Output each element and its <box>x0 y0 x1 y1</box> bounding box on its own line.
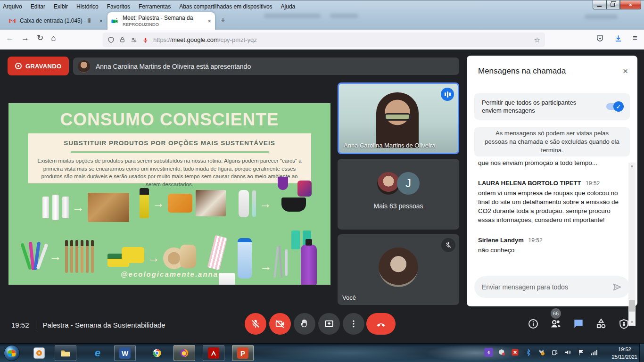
raise-hand-button[interactable] <box>294 313 315 335</box>
downloads-icon[interactable] <box>614 34 622 42</box>
tray-volume-icon[interactable] <box>563 348 572 357</box>
chat-close-icon[interactable]: × <box>623 66 628 76</box>
message-author: Sirlene Landym <box>478 237 524 244</box>
tab-close-icon[interactable]: × <box>207 17 211 25</box>
chat-panel-title: Mensagens na chamada <box>478 66 566 76</box>
detergent-bottle-img <box>140 188 149 218</box>
activities-icon[interactable] <box>594 317 608 331</box>
tab-close-icon[interactable]: × <box>99 17 103 25</box>
menu-exibir[interactable]: Exibir <box>54 3 68 10</box>
presenter-banner: Anna Carolina Martins de Oliveira está a… <box>73 58 459 75</box>
product-group-wrap: → <box>42 193 129 222</box>
restore-button[interactable] <box>606 0 620 9</box>
message-time: 19:52 <box>528 237 543 244</box>
window-controls: × <box>593 0 641 9</box>
taskbar-chrome[interactable] <box>146 345 168 361</box>
menu-historico[interactable]: Histórico <box>76 3 99 10</box>
forward-icon[interactable]: → <box>21 33 29 43</box>
menu-editar[interactable]: Editar <box>31 3 45 10</box>
scroll-up-icon[interactable]: ∧ <box>628 163 636 170</box>
pad-img <box>239 190 249 217</box>
tray-power-icon[interactable] <box>550 348 559 357</box>
allow-messages-toggle[interactable]: ✓ <box>606 103 622 110</box>
present-button[interactable] <box>318 313 340 335</box>
menu-favoritos[interactable]: Favoritos <box>107 3 130 10</box>
taskbar-file-explorer[interactable] <box>55 345 76 361</box>
tile-you-label: Você <box>342 294 356 301</box>
start-button[interactable] <box>4 345 20 361</box>
meeting-details-icon[interactable] <box>526 317 540 331</box>
tray-network-icon[interactable] <box>590 348 599 357</box>
tray-action-center-icon[interactable] <box>577 348 586 357</box>
close-window-button[interactable]: × <box>620 0 641 9</box>
show-desktop-button[interactable] <box>639 344 644 362</box>
hang-up-button[interactable] <box>366 313 396 335</box>
tab-gmail[interactable]: Caixa de entrada (1.045) - lilian.f × <box>7 15 105 27</box>
back-icon[interactable]: ← <box>6 33 14 43</box>
tray-mic-icon[interactable] <box>484 348 493 357</box>
chat-message-partial: que nos enviam promoção a todo tempo... <box>478 158 619 167</box>
video-tile-others: J Mais 63 pessoas <box>338 159 459 230</box>
menu-arquivo[interactable]: Arquivo <box>3 3 22 10</box>
url-bar[interactable]: https://meet.google.com/cpy-pmzt-yqz ☆ <box>103 33 545 47</box>
tile-participant-name: Anna Carolina Martins de Oliveira <box>344 142 435 149</box>
home-icon[interactable]: ⌂ <box>51 33 56 43</box>
arrow-icon: → <box>152 197 165 209</box>
shield-icon[interactable] <box>107 36 115 43</box>
meet-icon <box>111 17 119 25</box>
chat-panel: Mensagens na chamada × Permitir que todo… <box>467 56 637 306</box>
mic-permission-icon[interactable] <box>142 36 149 44</box>
plastic-wrap-img <box>42 197 49 218</box>
new-tab-button[interactable]: + <box>221 16 225 25</box>
bookmark-star-icon[interactable]: ☆ <box>534 36 540 44</box>
participants-icon[interactable] <box>549 317 563 331</box>
lock-icon[interactable] <box>119 36 125 43</box>
menu-ajuda[interactable]: Ajuda <box>281 3 296 10</box>
chat-scrollbar[interactable]: ∧ ∨ <box>628 163 636 326</box>
taskbar-word[interactable]: W <box>114 345 136 361</box>
tray-skype-icon[interactable] <box>497 348 506 357</box>
synthetic-sponges-img <box>107 246 144 270</box>
app-menu-icon[interactable]: ≡ <box>633 33 637 43</box>
self-avatar <box>379 247 418 287</box>
taskbar-powerpoint[interactable]: P <box>232 345 254 361</box>
message-time: 19:52 <box>586 180 600 187</box>
slide-instagram-handle: @ecologicamente.anna <box>8 270 330 278</box>
url-text: https://meet.google.com/cpy-pmzt-yqz <box>153 36 257 43</box>
coconut-soap-img <box>196 190 226 216</box>
taskbar-clock[interactable]: 19:52 25/11/2021 <box>612 346 637 361</box>
tab-meet[interactable]: Meet: Palestra - Semana da Sust REPRODUZ… <box>107 12 215 30</box>
tray-security-icon[interactable] <box>511 348 520 357</box>
host-controls-icon[interactable] <box>617 317 631 331</box>
gmail-icon <box>8 17 16 25</box>
tray-update-icon[interactable] <box>537 348 546 357</box>
taskbar-internet-explorer[interactable]: e <box>87 345 108 361</box>
pocket-icon[interactable] <box>596 34 604 42</box>
chat-toggle-icon[interactable] <box>571 317 586 331</box>
taskbar-adobe-reader[interactable] <box>203 345 224 361</box>
camera-off-button[interactable] <box>269 313 291 335</box>
product-group-bottle: → <box>211 243 321 285</box>
chat-message-list: que nos enviam promoção a todo tempo... … <box>478 156 619 270</box>
taskbar-glass-blur <box>255 345 443 362</box>
minimize-button[interactable] <box>593 0 606 9</box>
presenter-avatar <box>78 60 90 73</box>
mic-off-button[interactable] <box>245 313 266 335</box>
recording-label: GRAVANDO <box>25 63 61 70</box>
menu-ferramentas[interactable]: Ferramentas <box>139 3 171 10</box>
scrollbar-thumb[interactable] <box>629 300 635 312</box>
record-icon <box>15 63 22 69</box>
tray-bluetooth-icon[interactable] <box>524 348 533 357</box>
clock-date: 25/11/2021 <box>612 353 637 361</box>
arrow-icon: → <box>72 201 84 214</box>
reload-icon[interactable]: ↻ <box>37 33 43 43</box>
taskbar-firefox[interactable] <box>173 345 195 361</box>
presenter-glasses <box>384 113 411 121</box>
chat-message-input[interactable] <box>482 283 612 291</box>
more-options-button[interactable] <box>343 313 364 335</box>
taskbar-media-player[interactable] <box>28 345 50 361</box>
send-message-icon[interactable] <box>612 282 622 292</box>
menu-abas-compartilhadas[interactable]: Abas compartilhadas em dispositivos <box>179 3 272 10</box>
product-group-sponge: → <box>107 245 196 271</box>
permissions-icon[interactable] <box>130 37 138 43</box>
